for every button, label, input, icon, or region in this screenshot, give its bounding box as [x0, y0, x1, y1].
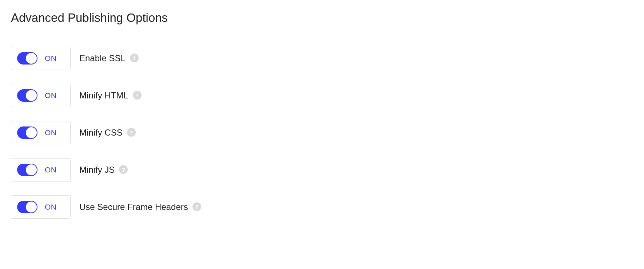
option-row-minify-css: ON Minify CSS ? [11, 121, 633, 144]
help-icon[interactable]: ? [133, 91, 142, 100]
option-row-minify-js: ON Minify JS ? [11, 158, 633, 182]
toggle-switch-icon [17, 89, 37, 102]
toggle-switch-icon [17, 164, 37, 176]
toggle-state-label: ON [45, 128, 57, 137]
option-row-secure-frame-headers: ON Use Secure Frame Headers ? [11, 195, 633, 219]
section-title: Advanced Publishing Options [11, 11, 633, 25]
option-row-minify-html: ON Minify HTML ? [11, 84, 633, 107]
toggle-state-label: ON [45, 54, 57, 63]
help-icon[interactable]: ? [130, 54, 139, 62]
toggle-minify-html[interactable]: ON [11, 84, 71, 107]
toggle-state-label: ON [45, 91, 57, 100]
toggle-switch-icon [17, 201, 37, 213]
toggle-knob-icon [26, 164, 37, 175]
toggle-minify-css[interactable]: ON [11, 121, 71, 144]
toggle-knob-icon [26, 202, 37, 213]
toggle-secure-frame-headers[interactable]: ON [11, 195, 71, 219]
toggle-knob-icon [26, 127, 37, 138]
toggle-knob-icon [26, 90, 37, 101]
help-icon[interactable]: ? [192, 202, 201, 211]
option-label-enable-ssl: Enable SSL [79, 53, 126, 63]
toggle-state-label: ON [45, 203, 57, 211]
option-label-minify-html: Minify HTML [79, 90, 128, 101]
option-row-enable-ssl: ON Enable SSL ? [11, 47, 633, 70]
toggle-switch-icon [17, 126, 37, 139]
toggle-minify-js[interactable]: ON [11, 158, 71, 182]
help-icon[interactable]: ? [127, 128, 136, 137]
toggle-enable-ssl[interactable]: ON [11, 47, 71, 70]
help-icon[interactable]: ? [119, 165, 128, 174]
toggle-knob-icon [26, 53, 37, 64]
option-label-secure-frame-headers: Use Secure Frame Headers [79, 202, 188, 212]
toggle-state-label: ON [45, 165, 57, 174]
option-label-minify-css: Minify CSS [79, 128, 123, 138]
toggle-switch-icon [17, 52, 37, 65]
option-label-minify-js: Minify JS [79, 165, 115, 175]
